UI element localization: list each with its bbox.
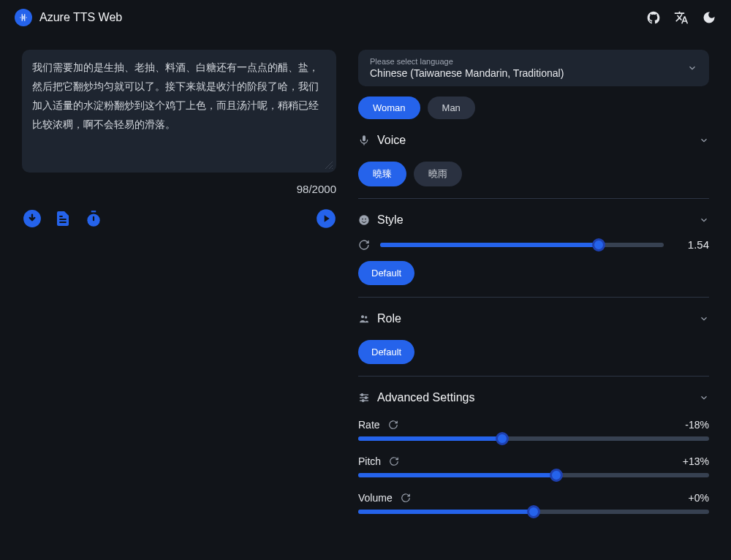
svg-point-6 bbox=[361, 315, 364, 318]
dark-mode-icon[interactable] bbox=[702, 10, 716, 25]
rate-label-row: Rate -18% bbox=[358, 419, 709, 431]
pitch-label: Pitch bbox=[358, 455, 381, 467]
header-left: Azure TTS Web bbox=[15, 9, 122, 26]
advanced-section-header[interactable]: Advanced Settings bbox=[358, 391, 709, 409]
slider-thumb[interactable] bbox=[550, 469, 563, 482]
advanced-title-wrap: Advanced Settings bbox=[358, 391, 474, 404]
text-input[interactable] bbox=[32, 58, 326, 161]
svg-point-3 bbox=[359, 215, 368, 224]
action-row bbox=[22, 208, 336, 229]
voice-title: Voice bbox=[377, 134, 406, 147]
timer-button[interactable] bbox=[83, 208, 104, 229]
app-header: Azure TTS Web bbox=[0, 0, 731, 35]
style-slider[interactable] bbox=[380, 243, 664, 247]
smile-icon bbox=[358, 214, 370, 226]
voice-option-2[interactable]: 曉雨 bbox=[414, 162, 462, 186]
gender-man[interactable]: Man bbox=[428, 97, 475, 119]
chevron-down-icon bbox=[687, 63, 697, 73]
style-slider-row: 1.54 bbox=[358, 238, 709, 251]
chevron-down-icon bbox=[699, 314, 709, 324]
gender-row: Woman Man bbox=[358, 97, 709, 119]
gender-woman[interactable]: Woman bbox=[358, 97, 420, 119]
header-right bbox=[646, 10, 716, 25]
slider-thumb[interactable] bbox=[496, 432, 509, 445]
slider-thumb[interactable] bbox=[527, 505, 540, 518]
style-section-header[interactable]: Style bbox=[358, 213, 709, 231]
svg-point-11 bbox=[365, 397, 367, 399]
rate-label-left: Rate bbox=[358, 419, 399, 431]
action-left bbox=[22, 208, 104, 229]
language-select[interactable]: Please select language Chinese (Taiwanes… bbox=[358, 50, 709, 86]
svg-point-7 bbox=[365, 316, 367, 318]
voice-title-wrap: Voice bbox=[358, 134, 406, 147]
document-button[interactable] bbox=[53, 208, 73, 229]
chevron-down-icon bbox=[699, 135, 709, 145]
text-input-wrap bbox=[22, 50, 336, 173]
voice-row: 曉臻 曉雨 bbox=[358, 162, 709, 186]
slider-fill bbox=[380, 243, 599, 247]
volume-label-row: Volume +0% bbox=[358, 492, 709, 504]
reset-icon[interactable] bbox=[358, 239, 370, 251]
github-icon[interactable] bbox=[646, 10, 661, 25]
app-title: Azure TTS Web bbox=[39, 11, 122, 24]
mic-icon bbox=[358, 135, 370, 146]
role-title: Role bbox=[377, 312, 401, 325]
divider bbox=[358, 297, 709, 298]
slider-thumb[interactable] bbox=[592, 238, 605, 251]
people-icon bbox=[358, 313, 370, 325]
reset-icon[interactable] bbox=[388, 455, 400, 467]
slider-fill bbox=[358, 473, 556, 477]
role-default-button[interactable]: Default bbox=[358, 340, 414, 364]
style-value: 1.54 bbox=[674, 238, 709, 251]
divider bbox=[358, 198, 709, 199]
reset-icon[interactable] bbox=[387, 419, 399, 431]
volume-label-left: Volume bbox=[358, 492, 412, 504]
slider-fill bbox=[358, 510, 534, 514]
pitch-label-left: Pitch bbox=[358, 455, 400, 467]
main-content: 98/2000 Please select language bbox=[0, 35, 731, 529]
char-counter: 98/2000 bbox=[22, 183, 336, 195]
translate-icon[interactable] bbox=[674, 10, 689, 25]
style-title: Style bbox=[377, 213, 404, 227]
language-value: Chinese (Taiwanese Mandarin, Traditional… bbox=[370, 67, 564, 79]
download-button[interactable] bbox=[22, 208, 42, 229]
style-default-button[interactable]: Default bbox=[358, 261, 414, 285]
language-labels: Please select language Chinese (Taiwanes… bbox=[370, 57, 564, 79]
chevron-down-icon bbox=[699, 215, 709, 225]
rate-value: -18% bbox=[685, 419, 709, 431]
chevron-down-icon bbox=[699, 393, 709, 403]
left-panel: 98/2000 bbox=[22, 50, 336, 514]
rate-slider[interactable] bbox=[358, 436, 709, 441]
divider bbox=[358, 376, 709, 377]
sliders-icon bbox=[358, 392, 370, 404]
role-section-header[interactable]: Role bbox=[358, 312, 709, 330]
resize-handle[interactable] bbox=[325, 161, 333, 170]
svg-point-9 bbox=[361, 394, 363, 396]
pitch-value: +13% bbox=[683, 455, 709, 467]
play-button[interactable] bbox=[316, 208, 336, 229]
pitch-slider[interactable] bbox=[358, 473, 709, 477]
advanced-title: Advanced Settings bbox=[377, 391, 474, 404]
language-placeholder: Please select language bbox=[370, 57, 564, 66]
voice-option-1[interactable]: 曉臻 bbox=[358, 162, 406, 186]
app-logo bbox=[15, 9, 32, 26]
reset-icon[interactable] bbox=[400, 492, 412, 504]
voice-section-header[interactable]: Voice bbox=[358, 134, 709, 151]
slider-fill bbox=[358, 436, 502, 441]
svg-point-4 bbox=[362, 219, 363, 220]
style-title-wrap: Style bbox=[358, 213, 404, 227]
volume-value: +0% bbox=[689, 492, 709, 504]
volume-slider[interactable] bbox=[358, 510, 709, 514]
volume-label: Volume bbox=[358, 492, 393, 504]
svg-point-13 bbox=[362, 400, 364, 402]
role-title-wrap: Role bbox=[358, 312, 401, 325]
right-panel: Please select language Chinese (Taiwanes… bbox=[358, 50, 709, 514]
pitch-label-row: Pitch +13% bbox=[358, 455, 709, 467]
rate-label: Rate bbox=[358, 419, 380, 431]
svg-point-5 bbox=[365, 219, 366, 220]
